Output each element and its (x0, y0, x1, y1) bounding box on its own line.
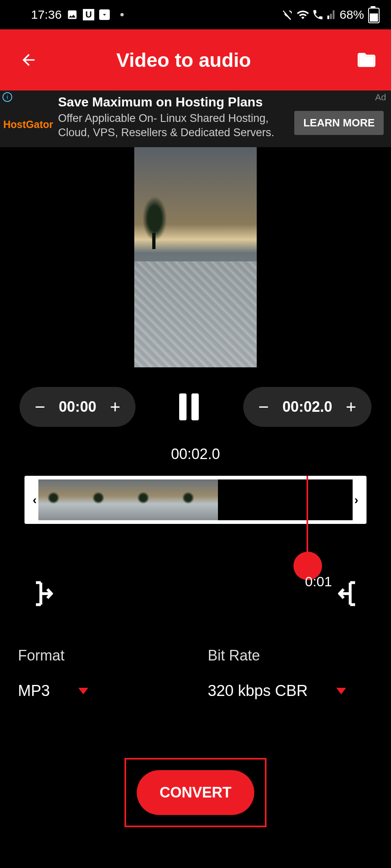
end-minus-button[interactable]: − (256, 397, 271, 417)
bitrate-dropdown[interactable]: 320 kbps CBR (208, 682, 373, 700)
u-icon: U (83, 9, 94, 20)
folder-button[interactable] (354, 49, 379, 71)
wifi-icon (296, 8, 309, 21)
bitrate-value: 320 kbps CBR (208, 682, 308, 700)
battery-percent: 68% (340, 8, 364, 22)
status-time: 17:36 (31, 8, 62, 22)
ad-subtitle: Offer Applicable On- Linux Shared Hostin… (58, 111, 290, 140)
video-thumbnail (134, 147, 257, 367)
format-dropdown[interactable]: MP3 (18, 682, 183, 700)
bitrate-label: Bit Rate (208, 647, 373, 664)
app-header: Video to audio (0, 29, 391, 91)
page-title: Video to audio (13, 49, 354, 71)
convert-highlight: CONVERT (124, 758, 267, 827)
playhead[interactable] (307, 476, 308, 565)
status-right: 68% (282, 6, 380, 23)
image-icon (67, 9, 78, 20)
timeline[interactable]: ‹ › 0:01 (0, 476, 391, 524)
start-time: 00:00 (59, 398, 96, 415)
caret-down-icon (336, 688, 346, 694)
timeline-left-handle[interactable]: ‹ (33, 493, 37, 507)
start-time-control: − 00:00 + (20, 387, 136, 427)
format-value: MP3 (18, 682, 50, 700)
signal-icon (327, 9, 337, 20)
call-icon (312, 9, 324, 21)
timeline-frames[interactable] (38, 479, 353, 521)
vibrate-icon (282, 9, 294, 21)
trim-controls (0, 524, 391, 631)
status-bar: 17:36 U 68% (0, 0, 391, 29)
bitrate-option: Bit Rate 320 kbps CBR (208, 647, 373, 700)
start-plus-button[interactable]: + (108, 397, 122, 417)
playback-controls: − 00:00 + − 00:02.0 + (0, 367, 391, 435)
current-time: 00:02.0 (0, 435, 391, 476)
format-label: Format (18, 647, 183, 664)
caret-down-icon (78, 688, 88, 694)
ad-info-icon[interactable]: i (2, 92, 12, 102)
end-time: 00:02.0 (282, 398, 332, 415)
timeline-right-handle[interactable]: › (354, 493, 358, 507)
checkbox-icon (99, 9, 110, 20)
ad-brand: HostGator (3, 119, 53, 130)
ad-text: Save Maximum on Hosting Plans Offer Appl… (58, 95, 290, 140)
end-time-control: − 00:02.0 + (243, 387, 371, 427)
trim-start-button[interactable] (33, 581, 53, 606)
format-option: Format MP3 (18, 647, 183, 700)
status-left: 17:36 U (31, 8, 124, 22)
ad-banner[interactable]: i Ad HostGator Save Maximum on Hosting P… (0, 91, 391, 147)
start-minus-button[interactable]: − (33, 397, 47, 417)
video-preview[interactable] (0, 147, 391, 367)
ad-cta-button[interactable]: LEARN MORE (294, 111, 384, 135)
pause-button[interactable] (179, 393, 200, 420)
battery-icon (367, 6, 380, 23)
playhead-time: 0:01 (305, 574, 332, 590)
ad-title: Save Maximum on Hosting Plans (58, 95, 290, 110)
ad-label: Ad (375, 92, 386, 103)
end-plus-button[interactable]: + (344, 397, 358, 417)
dot-icon (120, 13, 124, 16)
trim-end-button[interactable] (338, 581, 358, 606)
output-options: Format MP3 Bit Rate 320 kbps CBR (0, 631, 391, 708)
convert-button[interactable]: CONVERT (137, 770, 254, 815)
